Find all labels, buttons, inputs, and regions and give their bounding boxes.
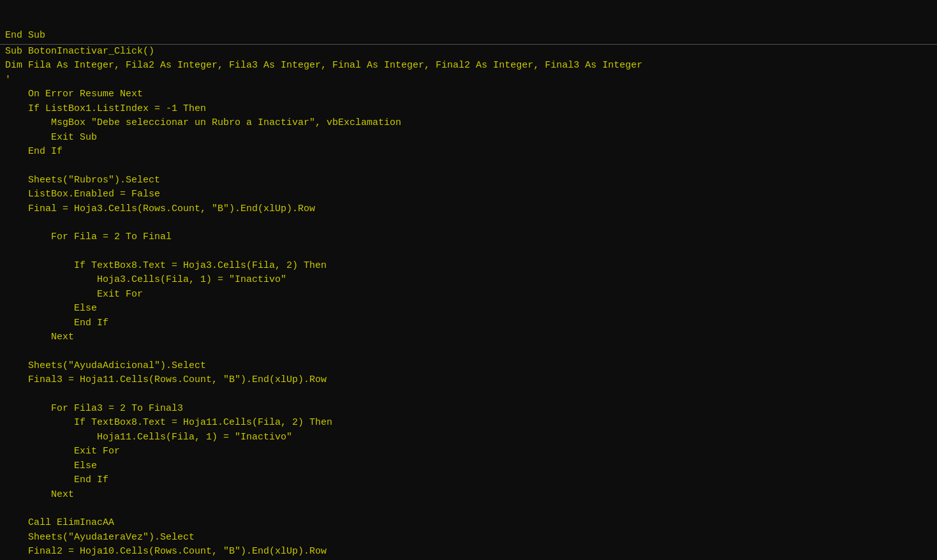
code-line xyxy=(0,502,937,516)
code-line: End Sub xyxy=(0,29,937,45)
code-line: ' xyxy=(0,73,937,88)
code-line xyxy=(0,245,937,259)
code-line: If ListBox1.ListIndex = -1 Then xyxy=(0,102,937,117)
code-line: Exit Sub xyxy=(0,131,937,145)
code-line: Else xyxy=(0,459,937,474)
code-line: End If xyxy=(0,145,937,159)
code-line: If TextBox8.Text = Hoja11.Cells(Fila, 2)… xyxy=(0,416,937,431)
code-line: If TextBox8.Text = Hoja3.Cells(Fila, 2) … xyxy=(0,259,937,274)
code-line: Exit For xyxy=(0,288,937,302)
code-line: Next xyxy=(0,488,937,503)
code-line: Sheets("Rubros").Select xyxy=(0,173,937,188)
code-line: Final2 = Hoja10.Cells(Rows.Count, "B").E… xyxy=(0,545,937,559)
code-line: Sub BotonInactivar_Click() xyxy=(0,45,937,59)
code-line: On Error Resume Next xyxy=(0,87,937,102)
code-editor: End SubSub BotonInactivar_Click()Dim Fil… xyxy=(0,0,937,560)
code-line xyxy=(0,216,937,230)
code-line: Hoja3.Cells(Fila, 1) = "Inactivo" xyxy=(0,273,937,288)
code-line: Else xyxy=(0,302,937,316)
code-line: Call ElimInacAA xyxy=(0,516,937,531)
code-line: Sheets("Ayuda1eraVez").Select xyxy=(0,531,937,545)
code-line: Final = Hoja3.Cells(Rows.Count, "B").End… xyxy=(0,202,937,217)
code-line xyxy=(0,159,937,173)
code-line: End If xyxy=(0,316,937,331)
code-line: Hoja11.Cells(Fila, 1) = "Inactivo" xyxy=(0,431,937,445)
code-line: Next xyxy=(0,330,937,345)
code-line: MsgBox "Debe seleccionar un Rubro a Inac… xyxy=(0,116,937,131)
code-line: ListBox.Enabled = False xyxy=(0,188,937,202)
code-line: Final3 = Hoja11.Cells(Rows.Count, "B").E… xyxy=(0,373,937,388)
code-line: End If xyxy=(0,473,937,488)
code-line: Sheets("AyudaAdicional").Select xyxy=(0,359,937,374)
code-line: For Fila3 = 2 To Final3 xyxy=(0,402,937,416)
code-line: Exit For xyxy=(0,445,937,459)
code-line: Dim Fila As Integer, Fila2 As Integer, F… xyxy=(0,59,937,73)
code-line xyxy=(0,345,937,359)
code-line: For Fila = 2 To Final xyxy=(0,230,937,245)
code-line xyxy=(0,388,937,402)
